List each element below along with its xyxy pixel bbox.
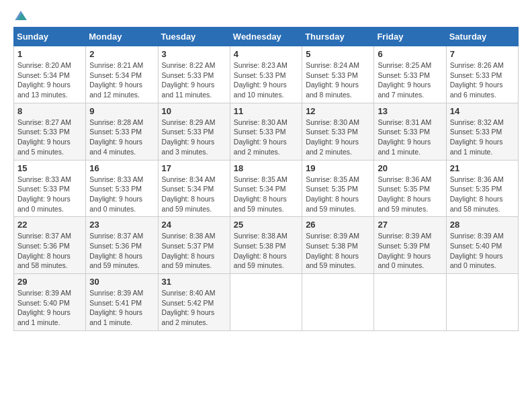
calendar-cell: 10Sunrise: 8:29 AMSunset: 5:33 PMDayligh… <box>158 103 230 160</box>
day-number: 7 <box>450 49 515 59</box>
calendar-cell: 2Sunrise: 8:21 AMSunset: 5:34 PMDaylight… <box>86 46 158 103</box>
calendar-cell: 16Sunrise: 8:33 AMSunset: 5:33 PMDayligh… <box>86 160 158 217</box>
calendar-cell: 19Sunrise: 8:35 AMSunset: 5:35 PMDayligh… <box>302 160 374 217</box>
day-number: 13 <box>378 106 442 116</box>
day-info: Sunrise: 8:37 AMSunset: 5:36 PMDaylight:… <box>89 231 154 271</box>
day-info: Sunrise: 8:37 AMSunset: 5:36 PMDaylight:… <box>17 231 82 271</box>
day-header-monday: Monday <box>86 28 158 46</box>
day-number: 4 <box>234 49 298 59</box>
calendar-cell: 17Sunrise: 8:34 AMSunset: 5:34 PMDayligh… <box>158 160 230 217</box>
day-number: 1 <box>17 49 82 59</box>
calendar-cell: 30Sunrise: 8:39 AMSunset: 5:41 PMDayligh… <box>86 274 158 331</box>
calendar-cell: 12Sunrise: 8:30 AMSunset: 5:33 PMDayligh… <box>302 103 374 160</box>
day-info: Sunrise: 8:35 AMSunset: 5:35 PMDaylight:… <box>306 175 370 214</box>
calendar-cell: 5Sunrise: 8:24 AMSunset: 5:33 PMDaylight… <box>302 46 374 103</box>
calendar-cell: 22Sunrise: 8:37 AMSunset: 5:36 PMDayligh… <box>14 217 86 274</box>
calendar-cell: 8Sunrise: 8:27 AMSunset: 5:33 PMDaylight… <box>14 103 86 160</box>
day-info: Sunrise: 8:38 AMSunset: 5:38 PMDaylight:… <box>234 231 298 271</box>
calendar-cell: 28Sunrise: 8:39 AMSunset: 5:40 PMDayligh… <box>446 217 518 274</box>
day-info: Sunrise: 8:39 AMSunset: 5:40 PMDaylight:… <box>17 288 82 328</box>
day-info: Sunrise: 8:36 AMSunset: 5:35 PMDaylight:… <box>378 175 442 214</box>
day-header-friday: Friday <box>374 28 446 46</box>
day-number: 8 <box>17 106 82 116</box>
page-header <box>13 11 519 20</box>
day-info: Sunrise: 8:30 AMSunset: 5:33 PMDaylight:… <box>306 118 370 157</box>
day-number: 15 <box>17 163 82 173</box>
day-header-thursday: Thursday <box>302 28 374 46</box>
calendar-cell <box>374 274 446 331</box>
calendar-cell: 6Sunrise: 8:25 AMSunset: 5:33 PMDaylight… <box>374 46 446 103</box>
day-number: 27 <box>378 220 442 230</box>
day-number: 5 <box>306 49 370 59</box>
day-number: 11 <box>234 106 298 116</box>
day-info: Sunrise: 8:33 AMSunset: 5:33 PMDaylight:… <box>17 175 82 214</box>
day-number: 23 <box>89 220 154 230</box>
calendar-body: 1Sunrise: 8:20 AMSunset: 5:34 PMDaylight… <box>14 46 519 331</box>
day-info: Sunrise: 8:23 AMSunset: 5:33 PMDaylight:… <box>234 60 298 100</box>
day-info: Sunrise: 8:30 AMSunset: 5:33 PMDaylight:… <box>234 118 298 157</box>
day-info: Sunrise: 8:36 AMSunset: 5:35 PMDaylight:… <box>450 175 515 214</box>
calendar-cell: 3Sunrise: 8:22 AMSunset: 5:33 PMDaylight… <box>158 46 230 103</box>
day-number: 16 <box>89 163 154 173</box>
calendar-cell: 26Sunrise: 8:39 AMSunset: 5:38 PMDayligh… <box>302 217 374 274</box>
day-number: 29 <box>17 277 82 287</box>
day-number: 28 <box>450 220 515 230</box>
day-info: Sunrise: 8:38 AMSunset: 5:37 PMDaylight:… <box>162 231 226 271</box>
day-header-wednesday: Wednesday <box>230 28 302 46</box>
calendar-cell: 7Sunrise: 8:26 AMSunset: 5:33 PMDaylight… <box>446 46 518 103</box>
calendar-cell: 21Sunrise: 8:36 AMSunset: 5:35 PMDayligh… <box>446 160 518 217</box>
day-number: 24 <box>162 220 226 230</box>
day-number: 30 <box>89 277 154 287</box>
day-info: Sunrise: 8:26 AMSunset: 5:33 PMDaylight:… <box>450 60 515 100</box>
day-info: Sunrise: 8:34 AMSunset: 5:34 PMDaylight:… <box>162 175 226 214</box>
day-number: 25 <box>234 220 298 230</box>
day-header-sunday: Sunday <box>14 28 86 46</box>
day-info: Sunrise: 8:39 AMSunset: 5:40 PMDaylight:… <box>450 231 515 271</box>
calendar-header-row: SundayMondayTuesdayWednesdayThursdayFrid… <box>14 28 519 46</box>
day-info: Sunrise: 8:29 AMSunset: 5:33 PMDaylight:… <box>162 118 226 157</box>
calendar-cell: 27Sunrise: 8:39 AMSunset: 5:39 PMDayligh… <box>374 217 446 274</box>
calendar-week-3: 15Sunrise: 8:33 AMSunset: 5:33 PMDayligh… <box>14 160 519 217</box>
day-info: Sunrise: 8:21 AMSunset: 5:34 PMDaylight:… <box>89 60 154 100</box>
day-header-saturday: Saturday <box>446 28 518 46</box>
day-number: 18 <box>234 163 298 173</box>
day-number: 21 <box>450 163 515 173</box>
day-number: 19 <box>306 163 370 173</box>
calendar-cell: 24Sunrise: 8:38 AMSunset: 5:37 PMDayligh… <box>158 217 230 274</box>
logo-icon <box>15 11 27 20</box>
calendar-week-1: 1Sunrise: 8:20 AMSunset: 5:34 PMDaylight… <box>14 46 519 103</box>
day-info: Sunrise: 8:28 AMSunset: 5:33 PMDaylight:… <box>89 118 154 157</box>
calendar-cell: 18Sunrise: 8:35 AMSunset: 5:34 PMDayligh… <box>230 160 302 217</box>
calendar-week-4: 22Sunrise: 8:37 AMSunset: 5:36 PMDayligh… <box>14 217 519 274</box>
day-number: 14 <box>450 106 515 116</box>
calendar-cell: 1Sunrise: 8:20 AMSunset: 5:34 PMDaylight… <box>14 46 86 103</box>
day-info: Sunrise: 8:32 AMSunset: 5:33 PMDaylight:… <box>450 118 515 157</box>
calendar-week-2: 8Sunrise: 8:27 AMSunset: 5:33 PMDaylight… <box>14 103 519 160</box>
day-info: Sunrise: 8:27 AMSunset: 5:33 PMDaylight:… <box>17 118 82 157</box>
calendar-cell: 14Sunrise: 8:32 AMSunset: 5:33 PMDayligh… <box>446 103 518 160</box>
day-info: Sunrise: 8:39 AMSunset: 5:41 PMDaylight:… <box>89 288 154 328</box>
day-number: 17 <box>162 163 226 173</box>
day-number: 10 <box>162 106 226 116</box>
calendar-cell: 4Sunrise: 8:23 AMSunset: 5:33 PMDaylight… <box>230 46 302 103</box>
day-number: 12 <box>306 106 370 116</box>
calendar-cell <box>302 274 374 331</box>
day-number: 31 <box>162 277 226 287</box>
calendar-cell: 11Sunrise: 8:30 AMSunset: 5:33 PMDayligh… <box>230 103 302 160</box>
calendar-cell <box>446 274 518 331</box>
day-number: 6 <box>378 49 442 59</box>
calendar-cell: 20Sunrise: 8:36 AMSunset: 5:35 PMDayligh… <box>374 160 446 217</box>
day-info: Sunrise: 8:20 AMSunset: 5:34 PMDaylight:… <box>17 60 82 100</box>
day-number: 2 <box>89 49 154 59</box>
day-number: 22 <box>17 220 82 230</box>
calendar-cell: 25Sunrise: 8:38 AMSunset: 5:38 PMDayligh… <box>230 217 302 274</box>
day-info: Sunrise: 8:22 AMSunset: 5:33 PMDaylight:… <box>162 60 226 100</box>
day-number: 3 <box>162 49 226 59</box>
calendar-cell: 13Sunrise: 8:31 AMSunset: 5:33 PMDayligh… <box>374 103 446 160</box>
day-info: Sunrise: 8:33 AMSunset: 5:33 PMDaylight:… <box>89 175 154 214</box>
day-header-tuesday: Tuesday <box>158 28 230 46</box>
day-info: Sunrise: 8:40 AMSunset: 5:42 PMDaylight:… <box>162 288 226 328</box>
day-info: Sunrise: 8:24 AMSunset: 5:33 PMDaylight:… <box>306 60 370 100</box>
day-info: Sunrise: 8:35 AMSunset: 5:34 PMDaylight:… <box>234 175 298 214</box>
logo <box>13 11 27 20</box>
